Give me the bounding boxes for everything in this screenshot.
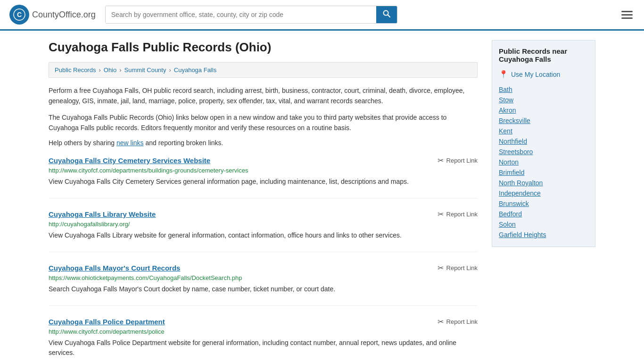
sidebar: Public Records near Cuyahoga Falls 📍 Use… [492, 40, 595, 362]
list-item: Norton [499, 157, 588, 167]
result-url-3[interactable]: http://www.cityofcf.com/departments/poli… [49, 328, 478, 335]
location-icon: 📍 [499, 70, 508, 79]
breadcrumb: Public Records › Ohio › Summit County › … [49, 62, 478, 78]
list-item: Independence [499, 188, 588, 198]
menu-line-3 [621, 17, 633, 19]
sidebar-links: BathStowAkronBrecksvilleKentNorthfieldSt… [499, 84, 588, 240]
report-link-2[interactable]: ✂ Report Link [438, 263, 478, 272]
list-item: Kent [499, 126, 588, 136]
breadcrumb-sep-2: › [119, 66, 121, 74]
breadcrumb-link-ohio[interactable]: Ohio [104, 66, 116, 74]
result-header-2: Cuyahoga Falls Mayor's Court Records ✂ R… [49, 263, 478, 272]
sidebar-nearby-link[interactable]: Stow [499, 96, 513, 104]
list-item: Solon [499, 219, 588, 230]
logo-suffix: .org [81, 10, 96, 19]
report-icon-2: ✂ [438, 263, 444, 272]
result-title-2[interactable]: Cuyahoga Falls Mayor's Court Records [49, 264, 180, 272]
sidebar-nearby-link[interactable]: Independence [499, 189, 541, 197]
list-item: Brunswick [499, 198, 588, 209]
sidebar-nearby-link[interactable]: Kent [499, 127, 512, 135]
sidebar-nearby-link[interactable]: Bath [499, 86, 512, 93]
report-link-3[interactable]: ✂ Report Link [438, 317, 478, 326]
help-text-suffix: and reporting broken links. [145, 139, 223, 147]
use-my-location-button[interactable]: 📍 Use My Location [499, 70, 560, 79]
breadcrumb-sep-3: › [169, 66, 171, 74]
sidebar-nearby-link[interactable]: Streetsboro [499, 148, 533, 156]
result-title-1[interactable]: Cuyahoga Falls Library Website [49, 210, 156, 218]
logo-text: CountyOffice.org [32, 10, 96, 20]
list-item: Brecksville [499, 115, 588, 126]
sidebar-nearby-link[interactable]: Brunswick [499, 200, 529, 207]
logo-icon: C [9, 5, 29, 25]
result-title-0[interactable]: Cuyahoga Falls City Cemetery Services We… [49, 156, 210, 165]
svg-line-3 [388, 15, 390, 17]
header: C CountyOffice.org [0, 0, 644, 31]
report-icon-3: ✂ [438, 317, 444, 326]
breadcrumb-link-public-records[interactable]: Public Records [55, 66, 96, 74]
sidebar-nearby-link[interactable]: Northfield [499, 138, 527, 145]
breadcrumb-link-cuyahoga-falls[interactable]: Cuyahoga Falls [174, 66, 216, 74]
list-item: Bedford [499, 209, 588, 219]
description-paragraph-1: Perform a free Cuyahoga Falls, OH public… [49, 85, 478, 107]
result-title-3[interactable]: Cuyahoga Falls Police Department [49, 318, 165, 326]
list-item: Stow [499, 95, 588, 105]
report-label-3: Report Link [446, 318, 478, 325]
result-item-1: Cuyahoga Falls Library Website ✂ Report … [49, 210, 478, 252]
report-label-1: Report Link [446, 211, 478, 218]
menu-button[interactable] [619, 9, 635, 21]
result-header-0: Cuyahoga Falls City Cemetery Services We… [49, 156, 478, 165]
sidebar-nearby-link[interactable]: Brimfield [499, 169, 524, 176]
search-area [105, 6, 397, 24]
logo-name: CountyOffice [32, 10, 81, 19]
result-header-1: Cuyahoga Falls Library Website ✂ Report … [49, 210, 478, 219]
report-icon-1: ✂ [438, 210, 444, 219]
sidebar-nearby-link[interactable]: Norton [499, 158, 519, 166]
sidebar-nearby-link[interactable]: Garfield Heights [499, 231, 546, 239]
sidebar-nearby-link[interactable]: Bedford [499, 210, 522, 218]
description-paragraph-2: The Cuyahoga Falls Public Records (Ohio)… [49, 112, 478, 133]
new-links-link[interactable]: new links [116, 139, 144, 147]
sidebar-box: Public Records near Cuyahoga Falls 📍 Use… [492, 40, 595, 247]
result-desc-3: View Cuyahoga Falls Police Department we… [49, 338, 478, 358]
result-url-1[interactable]: http://cuyahogafallslibrary.org/ [49, 221, 478, 228]
breadcrumb-sep-1: › [99, 66, 100, 74]
list-item: North Royalton [499, 178, 588, 188]
list-item: Garfield Heights [499, 230, 588, 240]
menu-line-2 [621, 14, 633, 16]
sidebar-nearby-link[interactable]: Brecksville [499, 117, 530, 124]
result-desc-1: View Cuyahoga Falls Library website for … [49, 230, 478, 240]
report-label-0: Report Link [446, 157, 478, 164]
logo[interactable]: C CountyOffice.org [9, 5, 96, 25]
report-link-1[interactable]: ✂ Report Link [438, 210, 478, 219]
menu-line-1 [621, 11, 633, 12]
list-item: Bath [499, 84, 588, 95]
list-item: Akron [499, 105, 588, 115]
list-item: Brimfield [499, 167, 588, 178]
sidebar-nearby-link[interactable]: Solon [499, 221, 516, 228]
content-area: Cuyahoga Falls Public Records (Ohio) Pub… [49, 40, 478, 362]
search-input[interactable] [106, 6, 376, 23]
results-list: Cuyahoga Falls City Cemetery Services We… [49, 156, 478, 362]
result-item-3: Cuyahoga Falls Police Department ✂ Repor… [49, 317, 478, 362]
search-button[interactable] [376, 6, 397, 23]
sidebar-nearby-link[interactable]: Akron [499, 107, 516, 114]
sidebar-title: Public Records near Cuyahoga Falls [499, 47, 588, 63]
result-header-3: Cuyahoga Falls Police Department ✂ Repor… [49, 317, 478, 326]
sidebar-nearby-link[interactable]: North Royalton [499, 179, 543, 187]
list-item: Streetsboro [499, 147, 588, 157]
list-item: Northfield [499, 136, 588, 147]
report-icon-0: ✂ [438, 156, 444, 165]
help-text-prefix: Help others by sharing [49, 139, 115, 147]
report-label-2: Report Link [446, 264, 478, 272]
breadcrumb-link-summit-county[interactable]: Summit County [124, 66, 166, 74]
main-container: Cuyahoga Falls Public Records (Ohio) Pub… [39, 31, 605, 362]
report-link-0[interactable]: ✂ Report Link [438, 156, 478, 165]
result-item-2: Cuyahoga Falls Mayor's Court Records ✂ R… [49, 263, 478, 306]
result-desc-2: Search Cuyahoga Falls Mayor's Court dock… [49, 284, 478, 294]
page-title: Cuyahoga Falls Public Records (Ohio) [49, 40, 478, 55]
result-url-2[interactable]: https://www.ohioticketpayments.com/Cuyah… [49, 274, 478, 281]
result-desc-0: View Cuyahoga Falls City Cemetery Servic… [49, 177, 478, 187]
use-my-location-label: Use My Location [511, 71, 560, 78]
result-url-0[interactable]: http://www.cityofcf.com/departments/buil… [49, 167, 478, 174]
svg-text:C: C [17, 11, 22, 18]
